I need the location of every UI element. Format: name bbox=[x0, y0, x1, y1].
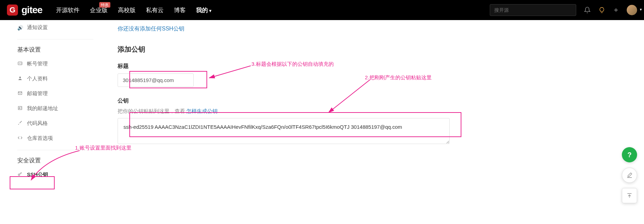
bulb-icon[interactable] bbox=[598, 7, 605, 14]
title-label: 标题 bbox=[118, 63, 453, 70]
no-key-notice: 你还没有添加任何SSH公钥 bbox=[118, 25, 453, 33]
sidebar: 🔊 通知设置 基本设置 帐号管理 个人资料 邮箱管理 bbox=[0, 20, 104, 192]
float-buttons: ? bbox=[622, 147, 637, 192]
sidebar-item-ssh[interactable]: SSH公钥 bbox=[17, 167, 93, 182]
sidebar-label: SSH公钥 bbox=[27, 171, 48, 178]
nav-right bbox=[490, 4, 637, 16]
top-button[interactable] bbox=[622, 188, 637, 192]
svg-point-1 bbox=[19, 63, 20, 64]
svg-point-5 bbox=[19, 107, 20, 108]
sidebar-item-address[interactable]: 我的邮递地址 bbox=[17, 101, 93, 116]
section-basic: 基本设置 bbox=[17, 39, 93, 56]
nav-private-cloud[interactable]: 私有云 bbox=[146, 6, 164, 14]
key-help-link[interactable]: 怎样生成公钥 bbox=[186, 108, 218, 114]
nav-campus[interactable]: 高校版 bbox=[118, 6, 136, 14]
logo-text: gitee bbox=[21, 5, 42, 16]
svg-rect-0 bbox=[18, 62, 22, 65]
nav-opensource[interactable]: 开源软件 bbox=[56, 6, 80, 14]
section-security: 安全设置 bbox=[17, 150, 93, 167]
code-icon bbox=[17, 135, 23, 141]
search-input[interactable] bbox=[490, 4, 576, 16]
logo[interactable]: G gitee bbox=[7, 5, 42, 16]
sidebar-item-account[interactable]: 帐号管理 bbox=[17, 56, 93, 71]
envelope-icon bbox=[17, 91, 23, 97]
bell-icon[interactable] bbox=[584, 7, 591, 14]
top-navbar: G gitee 开源软件 企业版 特惠 高校版 私有云 博客 我的 bbox=[0, 0, 644, 20]
sidebar-label: 个人资料 bbox=[27, 75, 48, 82]
nav-enterprise[interactable]: 企业版 特惠 bbox=[90, 6, 108, 14]
user-icon bbox=[17, 76, 23, 82]
sidebar-label: 我的邮递地址 bbox=[27, 105, 58, 112]
key-help: 把你的公钥粘贴到这里，查看 怎样生成公钥 bbox=[118, 108, 453, 115]
speaker-icon: 🔊 bbox=[17, 25, 23, 30]
key-help-text: 把你的公钥粘贴到这里，查看 bbox=[118, 108, 186, 114]
sidebar-label: 仓库首选项 bbox=[27, 135, 53, 142]
logo-icon: G bbox=[7, 5, 18, 16]
sidebar-item-code-style[interactable]: 代码风格 bbox=[17, 116, 93, 131]
sidebar-label: 邮箱管理 bbox=[27, 90, 48, 97]
help-button[interactable]: ? bbox=[622, 147, 637, 162]
sidebar-item-repo-pref[interactable]: 仓库首选项 bbox=[17, 131, 93, 146]
nav-blog[interactable]: 博客 bbox=[174, 6, 186, 14]
nav-enterprise-label: 企业版 bbox=[90, 7, 108, 14]
brush-icon bbox=[17, 120, 23, 126]
sidebar-label: 代码风格 bbox=[27, 120, 48, 127]
sidebar-label: 通知设置 bbox=[27, 24, 48, 31]
nav-my[interactable]: 我的 bbox=[196, 6, 211, 14]
key-icon bbox=[17, 172, 23, 178]
title-input[interactable] bbox=[118, 73, 194, 87]
svg-point-6 bbox=[18, 174, 20, 176]
key-label: 公钥 bbox=[118, 97, 453, 105]
edit-button[interactable] bbox=[622, 168, 637, 183]
sidebar-label: 帐号管理 bbox=[27, 61, 48, 67]
card-icon bbox=[17, 61, 23, 67]
nav-links: 开源软件 企业版 特惠 高校版 私有云 博客 我的 bbox=[56, 6, 490, 14]
plus-icon[interactable] bbox=[613, 7, 619, 13]
sidebar-item-profile[interactable]: 个人资料 bbox=[17, 71, 93, 86]
sidebar-item-notification[interactable]: 🔊 通知设置 bbox=[17, 20, 93, 35]
sidebar-item-email[interactable]: 邮箱管理 bbox=[17, 86, 93, 101]
key-textarea[interactable] bbox=[118, 118, 450, 144]
main-content: 你还没有添加任何SSH公钥 添加公钥 标题 公钥 把你的公钥粘贴到这里，查看 怎… bbox=[104, 20, 467, 192]
address-icon bbox=[17, 106, 23, 111]
avatar[interactable] bbox=[627, 5, 637, 15]
svg-point-2 bbox=[19, 77, 21, 78]
form-title: 添加公钥 bbox=[118, 45, 453, 54]
enterprise-badge: 特惠 bbox=[99, 2, 110, 8]
